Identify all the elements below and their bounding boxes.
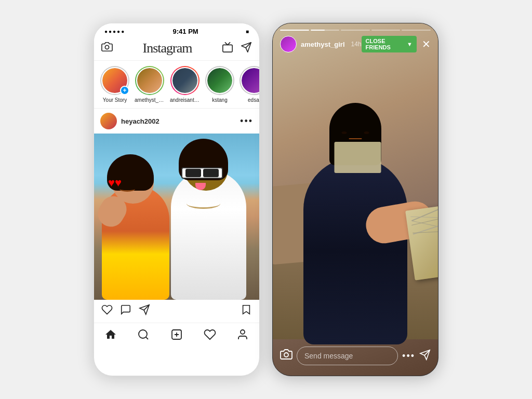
kstang-avatar: [206, 67, 233, 94]
app-container: ●●●●● 9:41 PM ■ Instagram: [94, 23, 438, 376]
story-item-andreisantalo[interactable]: andreisantalo: [170, 66, 200, 103]
story-item-your-story[interactable]: + Your Story: [100, 66, 129, 103]
story-user-avatar[interactable]: [280, 36, 297, 52]
post-actions-left: [101, 304, 150, 318]
instagram-logo: Instagram: [143, 41, 192, 56]
like-button[interactable]: [101, 304, 113, 318]
story-progress-bars: [280, 30, 431, 31]
svg-line-8: [146, 337, 148, 339]
add-story-button[interactable]: +: [120, 86, 129, 95]
post-header: heyach2002 •••: [94, 109, 259, 134]
svg-marker-6: [243, 305, 250, 314]
progress-bar-3: [341, 30, 370, 31]
story-user-row: amethyst_girl 14h CLOSE FRIENDS ▼ ✕: [280, 36, 431, 52]
progress-bar-2: [311, 30, 340, 31]
close-friends-label: CLOSE FRIENDS: [366, 38, 406, 50]
story-send-button[interactable]: [419, 349, 431, 363]
story-message-placeholder: Send message: [304, 352, 353, 360]
amethyst-avatar-wrap: [135, 66, 164, 95]
amethyst-label: amethyst_girl: [135, 97, 165, 103]
story-message-input[interactable]: Send message: [297, 347, 398, 365]
post-image[interactable]: ♥♥: [94, 134, 259, 300]
kstang-label: kstang: [212, 97, 227, 103]
progress-bar-5: [402, 30, 431, 31]
comment-button[interactable]: [120, 304, 131, 318]
story-more-button[interactable]: •••: [402, 351, 415, 362]
amethyst-avatar: [136, 67, 163, 94]
story-close-button[interactable]: ✕: [422, 38, 431, 50]
nav-search[interactable]: [137, 328, 150, 344]
story-view: amethyst_girl 14h CLOSE FRIENDS ▼ ✕: [272, 23, 438, 376]
battery-icon: ■: [246, 29, 249, 34]
kstang-avatar-wrap: [205, 66, 234, 95]
status-bar: ●●●●● 9:41 PM ■: [94, 23, 259, 37]
post-user-avatar: [100, 113, 117, 129]
save-button[interactable]: [241, 304, 252, 318]
status-time: 9:41 PM: [173, 28, 198, 35]
post-username: heyach2002: [121, 117, 159, 125]
signal-dots: ●●●●●: [104, 29, 125, 34]
nav-home[interactable]: [104, 328, 117, 344]
svg-point-13: [284, 353, 288, 357]
bottom-nav: [94, 323, 259, 352]
tv-icon[interactable]: [222, 42, 233, 55]
story-time: 14h: [351, 41, 362, 48]
header-right-icons: [222, 42, 252, 55]
nav-add[interactable]: [170, 328, 183, 344]
andreisantalo-label: andreisantalo: [170, 97, 200, 103]
close-friends-badge[interactable]: CLOSE FRIENDS ▼: [362, 36, 417, 52]
story-header-right: CLOSE FRIENDS ▼ ✕: [362, 36, 431, 52]
nav-heart[interactable]: [204, 328, 216, 344]
svg-rect-1: [223, 45, 232, 52]
direct-icon[interactable]: [241, 42, 252, 55]
svg-point-12: [241, 330, 245, 334]
progress-bar-1: [280, 30, 309, 31]
post-more-button[interactable]: •••: [240, 116, 253, 127]
story-item-edsal[interactable]: edsal: [240, 66, 259, 103]
phone-left: ●●●●● 9:41 PM ■ Instagram: [94, 23, 260, 376]
camera-icon[interactable]: [101, 41, 113, 56]
andreisantalo-avatar: [171, 67, 198, 94]
story-bottom: Send message •••: [273, 341, 438, 376]
stories-row: + Your Story amethyst_girl: [94, 61, 259, 109]
svg-point-0: [105, 45, 109, 49]
your-story-label: Your Story: [103, 97, 127, 103]
story-item-kstang[interactable]: kstang: [205, 66, 234, 103]
instagram-header: Instagram: [94, 37, 259, 61]
nav-profile[interactable]: [236, 328, 249, 344]
your-story-avatar-wrap: +: [100, 66, 129, 95]
close-friends-chevron: ▼: [407, 41, 413, 47]
andreisantalo-avatar-wrap: [170, 66, 200, 95]
share-button[interactable]: [139, 304, 150, 318]
post-user[interactable]: heyach2002: [100, 113, 159, 129]
story-camera-icon[interactable]: [280, 348, 292, 364]
post-actions: [94, 300, 259, 323]
story-username: amethyst_girl: [301, 41, 345, 48]
edsal-label: edsal: [248, 97, 259, 103]
edsal-avatar: [241, 67, 259, 94]
story-item-amethyst[interactable]: amethyst_girl: [135, 66, 165, 103]
story-user-left: amethyst_girl 14h: [280, 36, 362, 52]
story-header: amethyst_girl 14h CLOSE FRIENDS ▼ ✕: [273, 23, 438, 57]
edsal-avatar-wrap: [240, 66, 259, 95]
progress-bar-4: [371, 30, 401, 31]
svg-point-7: [139, 330, 147, 338]
